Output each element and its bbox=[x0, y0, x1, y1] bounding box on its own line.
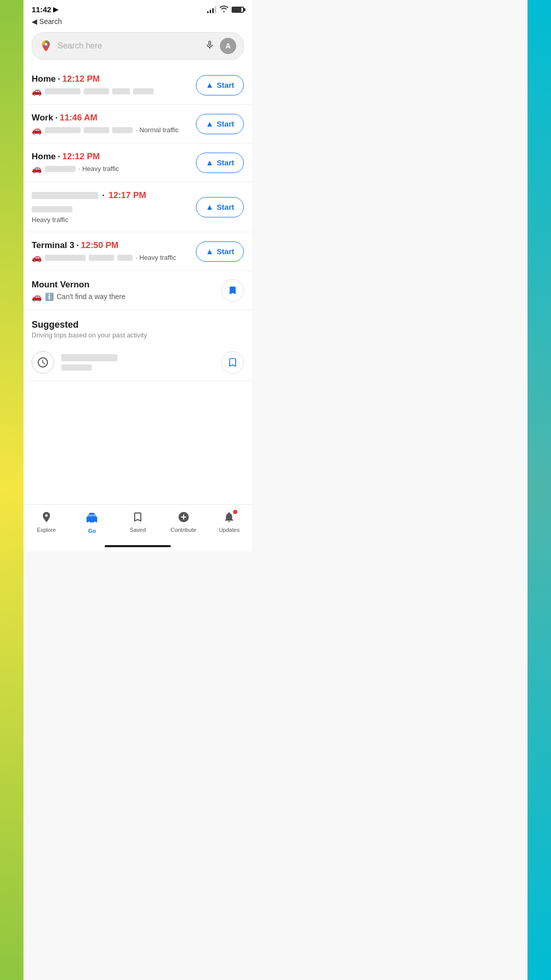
route-card-work: Work · 11:46 AM 🚗 · Normal traffic ▲ Sta… bbox=[23, 105, 252, 143]
wifi-icon bbox=[219, 5, 229, 14]
route-title-home-2: Home · 12:12 PM bbox=[32, 152, 190, 162]
status-bar: 11:42 ▶ bbox=[23, 0, 252, 16]
nav-label-go: Go bbox=[88, 528, 96, 534]
svg-point-4 bbox=[94, 522, 96, 524]
car-icon: 🚗 bbox=[32, 292, 42, 302]
route-info-home-2: Home · 12:12 PM 🚗 · Heavy traffic bbox=[32, 152, 190, 174]
nav-arrow-icon: ▲ bbox=[206, 119, 214, 129]
car-icon: 🚗 bbox=[32, 253, 42, 262]
route-info-home-1: Home · 12:12 PM 🚗 bbox=[32, 74, 190, 96]
nav-label-contribute: Contribute bbox=[170, 527, 196, 533]
back-nav-label: ◀ Search bbox=[32, 17, 62, 26]
info-icon: ℹ️ bbox=[45, 292, 54, 301]
battery-icon bbox=[232, 7, 244, 13]
svg-rect-2 bbox=[88, 514, 96, 518]
route-info-work: Work · 11:46 AM 🚗 · Normal traffic bbox=[32, 113, 190, 135]
route-title-mount-vernon: Mount Vernon bbox=[32, 280, 215, 290]
nav-item-explore[interactable]: Explore bbox=[31, 511, 62, 533]
route-subtitle-home-2: 🚗 · Heavy traffic bbox=[32, 164, 190, 174]
nav-arrow-icon: ▲ bbox=[206, 81, 214, 90]
route-title-terminal3: Terminal 3 · 12:50 PM bbox=[32, 240, 190, 251]
clock-icon bbox=[32, 351, 54, 374]
start-button-home-1[interactable]: ▲ Start bbox=[196, 75, 244, 95]
home-bar-indicator bbox=[105, 545, 171, 547]
route-info-mount-vernon: Mount Vernon 🚗 ℹ️ Can't find a way there bbox=[32, 280, 215, 302]
start-button-work[interactable]: ▲ Start bbox=[196, 114, 244, 134]
svg-point-3 bbox=[88, 522, 90, 524]
route-title-unknown: · 12:17 PM bbox=[32, 190, 190, 214]
signal-bars bbox=[207, 6, 216, 13]
mic-icon[interactable] bbox=[205, 40, 215, 53]
car-icon: 🚗 bbox=[32, 125, 42, 135]
status-time: 11:42 ▶ bbox=[32, 5, 58, 14]
suggested-text bbox=[61, 354, 214, 371]
car-icon: 🚗 bbox=[32, 86, 42, 96]
route-title-home-1: Home · 12:12 PM bbox=[32, 74, 190, 84]
notification-dot bbox=[233, 510, 237, 514]
start-button-terminal3[interactable]: ▲ Start bbox=[196, 241, 244, 262]
route-card-unknown: · 12:17 PM Heavy traffic ▲ Start bbox=[23, 182, 252, 232]
route-card-mount-vernon: Mount Vernon 🚗 ℹ️ Can't find a way there bbox=[23, 271, 252, 310]
suggested-title: Suggested bbox=[32, 320, 244, 330]
route-subtitle-unknown: Heavy traffic bbox=[32, 216, 190, 224]
saved-icon bbox=[132, 511, 144, 523]
home-bar bbox=[23, 541, 252, 551]
route-subtitle-work: 🚗 · Normal traffic bbox=[32, 125, 190, 135]
go-icon bbox=[85, 510, 99, 524]
back-nav[interactable]: ◀ Search bbox=[23, 16, 252, 29]
main-content: 11:42 ▶ ◀ Search bbox=[23, 0, 252, 551]
search-bar[interactable]: Search here A bbox=[32, 32, 244, 60]
nav-arrow-icon: ▲ bbox=[206, 203, 214, 212]
nav-item-go[interactable]: Go bbox=[77, 510, 107, 534]
search-bar-container: Search here A bbox=[23, 29, 252, 66]
nav-item-saved[interactable]: Saved bbox=[122, 511, 153, 533]
nav-arrow-icon: ▲ bbox=[206, 247, 214, 256]
side-bar-left bbox=[0, 0, 23, 551]
pin-button-mount-vernon[interactable] bbox=[221, 279, 244, 302]
nav-arrow-icon: ▲ bbox=[206, 158, 214, 167]
route-card-home-2: Home · 12:12 PM 🚗 · Heavy traffic ▲ Star… bbox=[23, 143, 252, 182]
suggested-section: Suggested Driving trips based on your pa… bbox=[23, 310, 252, 344]
bookmark-icon-suggested bbox=[228, 357, 238, 368]
route-subtitle-mount-vernon: 🚗 ℹ️ Can't find a way there bbox=[32, 292, 215, 302]
bookmark-icon bbox=[228, 285, 238, 296]
nav-label-explore: Explore bbox=[37, 527, 56, 533]
avatar[interactable]: A bbox=[220, 38, 236, 54]
route-list: Home · 12:12 PM 🚗 ▲ Start bbox=[23, 66, 252, 504]
nav-label-saved: Saved bbox=[130, 527, 145, 533]
suggested-subtitle: Driving trips based on your past activit… bbox=[32, 331, 244, 339]
contribute-icon bbox=[178, 511, 190, 523]
maps-logo-icon bbox=[39, 39, 53, 53]
status-icons bbox=[207, 5, 244, 14]
nav-label-updates: Updates bbox=[219, 527, 240, 533]
nav-item-updates[interactable]: Updates bbox=[214, 511, 244, 533]
route-info-terminal3: Terminal 3 · 12:50 PM 🚗 · Heavy traffic bbox=[32, 240, 190, 262]
route-card-home-1: Home · 12:12 PM 🚗 ▲ Start bbox=[23, 66, 252, 105]
location-arrow-icon: ▶ bbox=[53, 6, 58, 13]
nav-item-contribute[interactable]: Contribute bbox=[168, 511, 199, 533]
route-card-terminal3: Terminal 3 · 12:50 PM 🚗 · Heavy traffic … bbox=[23, 232, 252, 271]
search-input[interactable]: Search here bbox=[58, 41, 199, 51]
pin-button-suggested[interactable] bbox=[221, 351, 244, 374]
svg-point-0 bbox=[44, 43, 47, 45]
route-info-unknown: · 12:17 PM Heavy traffic bbox=[32, 190, 190, 224]
start-button-unknown[interactable]: ▲ Start bbox=[196, 197, 244, 217]
car-icon: 🚗 bbox=[32, 164, 42, 174]
bottom-nav: Explore Go Saved Contribute Upd bbox=[23, 504, 252, 541]
suggested-item-1[interactable] bbox=[23, 344, 252, 381]
route-subtitle-home-1: 🚗 bbox=[32, 86, 190, 96]
start-button-home-2[interactable]: ▲ Start bbox=[196, 153, 244, 173]
time-display: 11:42 bbox=[32, 5, 51, 14]
route-title-work: Work · 11:46 AM bbox=[32, 113, 190, 123]
route-subtitle-terminal3: 🚗 · Heavy traffic bbox=[32, 253, 190, 262]
explore-icon bbox=[40, 511, 53, 523]
